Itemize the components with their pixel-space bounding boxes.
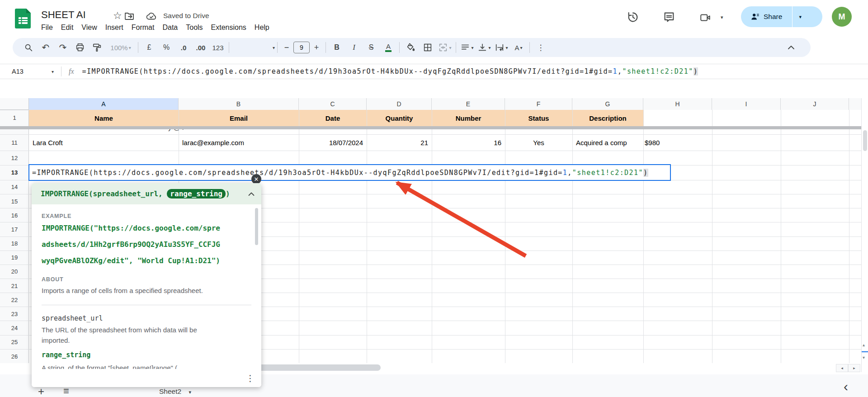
fill-color-icon[interactable] xyxy=(402,40,419,55)
avatar[interactable]: M xyxy=(832,7,852,27)
frozen-row-divider[interactable] xyxy=(0,126,861,129)
cell-d11-quantity[interactable]: 21 xyxy=(367,134,432,151)
menu-file[interactable]: File xyxy=(37,23,57,33)
text-wrap-icon[interactable]: ▾ xyxy=(493,40,510,55)
column-header-j[interactable]: J xyxy=(781,98,849,110)
header-cell-quantity[interactable]: Quantity xyxy=(367,110,432,126)
dismiss-suggestion-button[interactable]: ✕ xyxy=(251,174,261,184)
header-cell-name[interactable]: Name xyxy=(29,110,179,126)
menu-help[interactable]: Help xyxy=(250,23,274,33)
print-icon[interactable] xyxy=(71,40,89,55)
cell-g11-description[interactable]: Acquired a comp xyxy=(572,134,643,151)
header-cell-email[interactable]: Email xyxy=(179,110,299,126)
name-box-caret-icon[interactable]: ▾ xyxy=(52,69,54,74)
document-title[interactable]: SHEET AI xyxy=(41,9,86,21)
strikethrough-button[interactable]: S xyxy=(363,40,380,55)
popup-more-icon[interactable]: ⋮ xyxy=(246,373,255,383)
arg1-name: spreadsheet_url xyxy=(42,314,103,322)
text-rotation-icon[interactable]: A ▾ xyxy=(510,40,527,55)
column-header-h[interactable]: H xyxy=(643,98,712,110)
sheets-logo-icon[interactable] xyxy=(15,8,31,31)
header-cell-status[interactable]: Status xyxy=(505,110,572,126)
version-history-icon[interactable] xyxy=(627,11,639,25)
cell-h11-amount[interactable]: $980 xyxy=(643,134,712,151)
horizontal-align-icon[interactable]: ▾ xyxy=(458,40,476,55)
scroll-left-button[interactable]: ◂ xyxy=(836,364,848,372)
decrease-decimal-button[interactable]: .0 xyxy=(175,40,192,55)
menu-format[interactable]: Format xyxy=(127,23,159,33)
column-header-b[interactable]: B xyxy=(179,98,299,110)
column-header-partial[interactable] xyxy=(849,98,861,110)
tab-sheet2[interactable]: Sheet2 ▾ xyxy=(159,388,191,396)
scroll-up-icon[interactable]: ▴ xyxy=(863,342,865,347)
camera-dropdown-caret-icon[interactable]: ▾ xyxy=(721,14,723,20)
bold-button[interactable]: B xyxy=(328,40,345,55)
cell-f11-status[interactable]: Yes xyxy=(505,134,572,151)
vertical-scrollbar[interactable]: ▴ ▾ xyxy=(861,98,868,372)
popup-scrollbar-thumb[interactable] xyxy=(255,208,258,245)
meet-camera-icon[interactable] xyxy=(699,12,712,25)
format-percent-button[interactable]: % xyxy=(158,40,175,55)
search-icon[interactable] xyxy=(20,40,37,55)
cell-a11-name[interactable]: Lara Croft xyxy=(29,134,179,151)
menu-data[interactable]: Data xyxy=(158,23,182,33)
row-header-1[interactable]: 1 xyxy=(0,113,29,123)
redo-icon[interactable]: ↷ xyxy=(54,40,71,55)
menu-extensions[interactable]: Extensions xyxy=(207,23,250,33)
borders-icon[interactable] xyxy=(419,40,436,55)
hide-toolbar-icon[interactable] xyxy=(783,40,800,55)
header-cell-description[interactable]: Description xyxy=(572,110,643,126)
header-cell-date[interactable]: Date xyxy=(299,110,367,126)
increase-font-size-button[interactable]: + xyxy=(310,40,323,55)
comment-icon[interactable] xyxy=(663,11,675,25)
format-currency-button[interactable]: £ xyxy=(141,40,158,55)
collapse-sidebar-icon[interactable]: ‹ xyxy=(844,379,848,394)
vertical-align-icon[interactable]: ▾ xyxy=(476,40,493,55)
collapse-popup-icon[interactable] xyxy=(248,191,255,197)
increase-decimal-button[interactable]: .00 xyxy=(192,40,209,55)
zoom-select[interactable]: 100%▾ xyxy=(106,40,136,55)
scroll-right-button[interactable]: ▸ xyxy=(848,364,860,372)
cell-b11-email[interactable]: larac@example.com xyxy=(179,134,299,151)
share-button[interactable]: Share ▾ xyxy=(741,6,822,27)
font-size-input[interactable]: 9 xyxy=(293,42,310,53)
cell-e11-number[interactable]: 16 xyxy=(432,134,505,151)
column-header-d[interactable]: D xyxy=(367,98,432,110)
corner-cell[interactable] xyxy=(0,98,28,110)
more-formats-button[interactable]: 123 xyxy=(209,40,226,55)
row-header-13[interactable]: 13 xyxy=(0,168,29,177)
menu-edit[interactable]: Edit xyxy=(57,23,78,33)
cell-edit-box[interactable]: =IMPORTRANGE(https://docs.google.com/spr… xyxy=(28,164,671,181)
scroll-down-icon[interactable]: ▾ xyxy=(863,355,865,360)
sheet2-caret-icon[interactable]: ▾ xyxy=(189,389,192,395)
share-dropdown-caret-icon[interactable]: ▾ xyxy=(799,14,802,20)
paint-format-icon[interactable] xyxy=(89,40,106,55)
column-header-e[interactable]: E xyxy=(432,98,505,110)
star-icon[interactable]: ☆ xyxy=(113,10,122,22)
column-header-f[interactable]: F xyxy=(505,98,572,110)
menu-insert[interactable]: Insert xyxy=(101,23,127,33)
row-header-11[interactable]: 11 xyxy=(0,138,29,147)
scroll-accent-line xyxy=(862,351,868,352)
column-header-c[interactable]: C xyxy=(299,98,367,110)
name-box[interactable]: A13 xyxy=(12,68,43,75)
row-header-12[interactable]: 12 xyxy=(0,154,29,163)
cell-c11-date[interactable]: 18/07/2024 xyxy=(299,134,367,151)
undo-icon[interactable]: ↶ xyxy=(37,40,54,55)
toolbar-more-icon[interactable]: ⋮ xyxy=(532,40,549,55)
decrease-font-size-button[interactable]: − xyxy=(280,40,293,55)
move-folder-icon[interactable] xyxy=(124,11,135,24)
vertical-scrollbar-thumb[interactable] xyxy=(863,130,867,151)
merge-cells-icon[interactable]: ▾ xyxy=(436,40,453,55)
menu-view[interactable]: View xyxy=(77,23,101,33)
menu-tools[interactable]: Tools xyxy=(182,23,207,33)
cloud-saved-icon[interactable] xyxy=(146,11,157,24)
formula-input[interactable]: =IMPORTRANGE(https://docs.google.com/spr… xyxy=(82,67,868,76)
column-header-i[interactable]: I xyxy=(712,98,781,110)
column-header-a[interactable]: A xyxy=(29,98,179,110)
italic-button[interactable]: I xyxy=(345,40,363,55)
font-select[interactable]: ▾ xyxy=(231,40,275,55)
text-color-button[interactable]: A xyxy=(380,40,397,55)
column-header-g[interactable]: G xyxy=(572,98,643,110)
header-cell-number[interactable]: Number xyxy=(432,110,505,126)
